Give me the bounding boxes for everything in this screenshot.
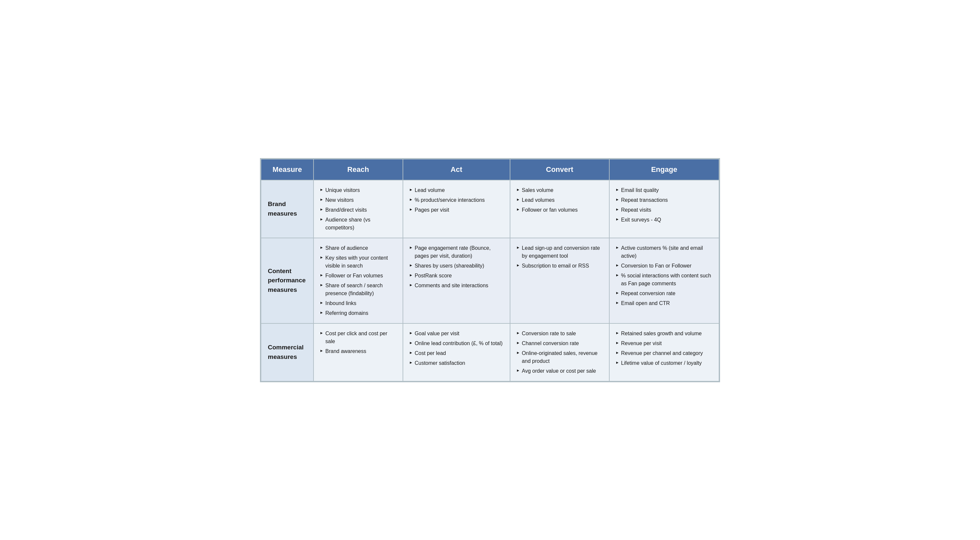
list-item: Email list quality — [616, 186, 712, 194]
list-item: Share of search / search presence (finda… — [320, 282, 396, 298]
list-item: Active customers % (site and email activ… — [616, 244, 712, 260]
list-item: Avg order value or cost per sale — [517, 367, 602, 375]
header-measure: Measure — [261, 159, 313, 180]
list-item: Cost per click and cost per sale — [320, 330, 396, 346]
list-item: Follower or Fan volumes — [320, 272, 396, 280]
cell-reach: Share of audienceKey sites with your con… — [313, 238, 403, 323]
list-item: Retained sales growth and volume — [616, 330, 712, 338]
list-convert: Sales volumeLead volumesFollower or fan … — [517, 186, 602, 214]
list-item: Sales volume — [517, 186, 602, 194]
cell-convert: Sales volumeLead volumesFollower or fan … — [510, 180, 609, 238]
table-row: Brand measuresUnique visitorsNew visitor… — [261, 180, 719, 238]
cell-convert: Conversion rate to saleChannel conversio… — [510, 323, 609, 381]
list-act: Page engagement rate (Bounce, pages per … — [410, 244, 503, 290]
list-item: Lead sign-up and conversion rate by enga… — [517, 244, 602, 260]
list-item: Pages per visit — [410, 206, 503, 214]
header-row: Measure Reach Act Convert Engage — [261, 159, 719, 180]
list-item: Repeat transactions — [616, 196, 712, 204]
header-reach: Reach — [313, 159, 403, 180]
list-item: % product/service interactions — [410, 196, 503, 204]
list-item: Exit surveys - 4Q — [616, 216, 712, 224]
list-reach: Unique visitorsNew visitorsBrand/direct … — [320, 186, 396, 232]
list-item: Referring domains — [320, 309, 396, 317]
list-item: % social interactions with content such … — [616, 272, 712, 288]
list-act: Goal value per visitOnline lead contribu… — [410, 330, 503, 367]
cell-act: Lead volume% product/service interaction… — [403, 180, 510, 238]
row-label: Brand measures — [261, 180, 313, 238]
list-item: Channel conversion rate — [517, 339, 602, 347]
table-body: Brand measuresUnique visitorsNew visitor… — [261, 180, 719, 381]
list-item: Online lead contribution (£, % of total) — [410, 339, 503, 347]
list-item: Comments and site interactions — [410, 282, 503, 290]
list-item: Lead volume — [410, 186, 503, 194]
list-item: Email open and CTR — [616, 299, 712, 307]
list-item: New visitors — [320, 196, 396, 204]
list-reach: Share of audienceKey sites with your con… — [320, 244, 396, 317]
list-item: Repeat conversion rate — [616, 290, 712, 298]
list-item: Inbound links — [320, 299, 396, 307]
header-engage: Engage — [609, 159, 719, 180]
list-item: Subscription to email or RSS — [517, 262, 602, 270]
list-engage: Retained sales growth and volumeRevenue … — [616, 330, 712, 367]
list-item: PostRank score — [410, 272, 503, 280]
list-convert: Lead sign-up and conversion rate by enga… — [517, 244, 602, 270]
list-item: Cost per lead — [410, 349, 503, 357]
cell-engage: Retained sales growth and volumeRevenue … — [609, 323, 719, 381]
list-item: Shares by users (shareability) — [410, 262, 503, 270]
list-item: Share of audience — [320, 244, 396, 252]
list-item: Key sites with your content visible in s… — [320, 254, 396, 270]
cell-act: Goal value per visitOnline lead contribu… — [403, 323, 510, 381]
cell-reach: Cost per click and cost per saleBrand aw… — [313, 323, 403, 381]
list-item: Conversion rate to sale — [517, 330, 602, 338]
list-item: Lifetime value of customer / loyalty — [616, 359, 712, 367]
list-item: Brand awareness — [320, 347, 396, 355]
list-item: Repeat visits — [616, 206, 712, 214]
list-item: Lead volumes — [517, 196, 602, 204]
list-reach: Cost per click and cost per saleBrand aw… — [320, 330, 396, 355]
row-label: Content performance measures — [261, 238, 313, 323]
list-convert: Conversion rate to saleChannel conversio… — [517, 330, 602, 375]
header-act: Act — [403, 159, 510, 180]
cell-convert: Lead sign-up and conversion rate by enga… — [510, 238, 609, 323]
list-item: Revenue per visit — [616, 339, 712, 347]
table-row: Content performance measuresShare of aud… — [261, 238, 719, 323]
cell-engage: Email list qualityRepeat transactionsRep… — [609, 180, 719, 238]
list-item: Brand/direct visits — [320, 206, 396, 214]
table-row: Commercial measuresCost per click and co… — [261, 323, 719, 381]
list-item: Online-originated sales, revenue and pro… — [517, 349, 602, 365]
main-table-wrapper: Measure Reach Act Convert Engage Brand m… — [260, 158, 720, 382]
cell-engage: Active customers % (site and email activ… — [609, 238, 719, 323]
header-convert: Convert — [510, 159, 609, 180]
list-item: Audience share (vs competitors) — [320, 216, 396, 232]
cell-reach: Unique visitorsNew visitorsBrand/direct … — [313, 180, 403, 238]
list-item: Revenue per channel and category — [616, 349, 712, 357]
list-item: Goal value per visit — [410, 330, 503, 338]
measures-table: Measure Reach Act Convert Engage Brand m… — [261, 159, 719, 382]
list-item: Conversion to Fan or Follower — [616, 262, 712, 270]
list-item: Follower or fan volumes — [517, 206, 602, 214]
list-engage: Email list qualityRepeat transactionsRep… — [616, 186, 712, 224]
row-label: Commercial measures — [261, 323, 313, 381]
list-engage: Active customers % (site and email activ… — [616, 244, 712, 307]
list-item: Unique visitors — [320, 186, 396, 194]
cell-act: Page engagement rate (Bounce, pages per … — [403, 238, 510, 323]
list-act: Lead volume% product/service interaction… — [410, 186, 503, 214]
list-item: Page engagement rate (Bounce, pages per … — [410, 244, 503, 260]
list-item: Customer satisfaction — [410, 359, 503, 367]
